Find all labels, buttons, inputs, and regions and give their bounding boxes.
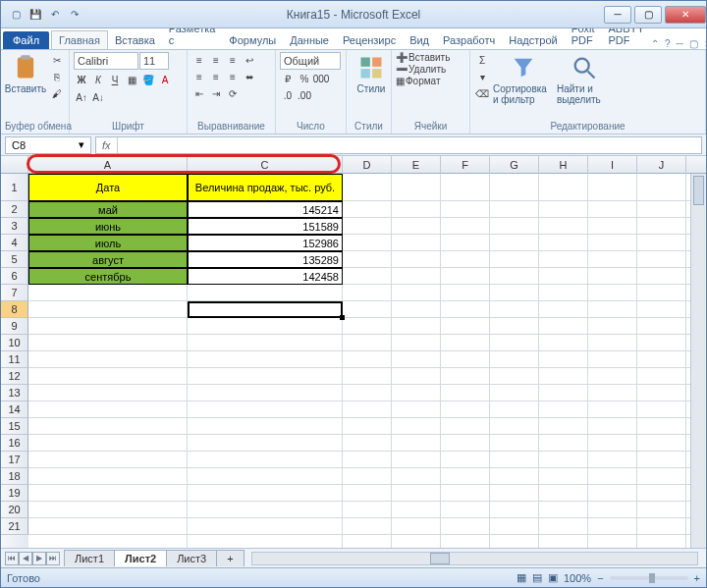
cell-month-1[interactable]: июнь xyxy=(28,218,188,235)
minimize-button[interactable]: ─ xyxy=(604,6,631,24)
ribbon-min2-icon[interactable]: ─ xyxy=(677,38,683,49)
header-date[interactable]: Дата xyxy=(28,174,188,201)
row-header-4[interactable]: 4 xyxy=(1,235,28,251)
row-header-5[interactable]: 5 xyxy=(1,251,28,268)
autosum-icon[interactable]: Σ xyxy=(474,52,490,68)
fill-handle[interactable] xyxy=(340,315,345,320)
align-left-icon[interactable]: ≡ xyxy=(191,69,207,84)
row-header-15[interactable]: 15 xyxy=(1,418,28,435)
indent-dec-icon[interactable]: ⇤ xyxy=(191,85,207,101)
cut-icon[interactable]: ✂ xyxy=(49,52,65,68)
cells-insert-button[interactable]: ➕Вставить xyxy=(396,52,450,63)
view-normal-icon[interactable]: ▦ xyxy=(517,571,526,584)
shrink-font-button[interactable]: A↓ xyxy=(90,89,106,105)
row-header-18[interactable]: 18 xyxy=(1,468,28,485)
help-icon[interactable]: ? xyxy=(665,38,671,49)
indent-inc-icon[interactable]: ⇥ xyxy=(208,85,224,101)
fx-icon[interactable]: fx xyxy=(96,137,118,153)
vertical-scrollbar[interactable] xyxy=(690,174,706,548)
orientation-icon[interactable]: ⟳ xyxy=(225,85,241,101)
cell-value-4[interactable]: 142458 xyxy=(188,268,343,285)
row-header-19[interactable]: 19 xyxy=(1,485,28,502)
cell-month-2[interactable]: июль xyxy=(28,235,188,251)
align-right-icon[interactable]: ≡ xyxy=(225,69,241,84)
save-icon[interactable]: 💾 xyxy=(27,6,44,24)
close-button[interactable]: ✕ xyxy=(665,6,706,24)
paste-button[interactable]: Вставить xyxy=(5,52,46,94)
row-header-7[interactable]: 7 xyxy=(1,285,28,301)
copy-icon[interactable]: ⎘ xyxy=(49,69,65,84)
row-header-13[interactable]: 13 xyxy=(1,385,28,401)
row-header-16[interactable]: 16 xyxy=(1,435,28,452)
column-header-C[interactable]: C xyxy=(188,156,343,174)
maximize-button[interactable]: ▢ xyxy=(634,6,662,24)
font-size-combo[interactable]: 11 xyxy=(139,52,169,70)
cell-value-2[interactable]: 152986 xyxy=(188,235,343,251)
number-format-combo[interactable]: Общий xyxy=(280,52,341,70)
row-header-9[interactable]: 9 xyxy=(1,318,28,335)
new-sheet-button[interactable]: + xyxy=(216,550,244,566)
row-header-14[interactable]: 14 xyxy=(1,401,28,418)
sheet-nav-next-icon[interactable]: ▶ xyxy=(32,552,46,565)
column-header-D[interactable]: D xyxy=(343,156,392,174)
vscroll-thumb[interactable] xyxy=(693,176,704,205)
ribbon-close-icon[interactable]: ✕ xyxy=(704,38,707,49)
border-button[interactable]: ▦ xyxy=(124,72,139,87)
sheet-tab-Лист3[interactable]: Лист3 xyxy=(166,550,217,566)
cells-area[interactable]: ДатаВеличина продаж, тыс. руб.май145214и… xyxy=(28,174,690,548)
fill-icon[interactable]: ▾ xyxy=(474,69,490,84)
row-header-2[interactable]: 2 xyxy=(1,201,28,218)
cell-value-0[interactable]: 145214 xyxy=(188,201,343,218)
cells-delete-button[interactable]: ➖Удалить xyxy=(396,64,446,75)
sort-filter-button[interactable]: Сортировка и фильтр xyxy=(493,52,554,105)
zoom-out-button[interactable]: − xyxy=(597,572,603,584)
column-header-F[interactable]: F xyxy=(441,156,490,174)
zoom-in-button[interactable]: + xyxy=(694,572,700,584)
minimize-ribbon-icon[interactable]: ⌃ xyxy=(651,38,659,49)
percent-icon[interactable]: % xyxy=(297,71,312,86)
redo-icon[interactable]: ↷ xyxy=(66,6,83,24)
font-color-button[interactable]: A xyxy=(157,72,173,87)
inc-decimal-icon[interactable]: .0 xyxy=(280,87,296,103)
tab-review[interactable]: Рецензирс xyxy=(336,31,403,49)
comma-icon[interactable]: 000 xyxy=(313,71,329,86)
wrap-text-icon[interactable]: ↩ xyxy=(242,52,257,68)
cell-month-0[interactable]: май xyxy=(28,201,188,218)
row-header-21[interactable]: 21 xyxy=(1,518,28,535)
column-header-A[interactable]: A xyxy=(28,156,188,174)
tab-insert[interactable]: Вставка xyxy=(108,31,162,49)
undo-icon[interactable]: ↶ xyxy=(46,6,64,24)
row-header-8[interactable]: 8 xyxy=(1,301,28,318)
format-painter-icon[interactable]: 🖌 xyxy=(49,85,65,101)
tab-view[interactable]: Вид xyxy=(403,31,436,49)
column-header-J[interactable]: J xyxy=(637,156,686,174)
view-break-icon[interactable]: ▣ xyxy=(548,571,558,584)
tab-file[interactable]: Файл xyxy=(3,31,49,49)
sheet-tab-Лист2[interactable]: Лист2 xyxy=(114,550,167,566)
row-header-20[interactable]: 20 xyxy=(1,502,28,518)
bold-button[interactable]: Ж xyxy=(74,72,89,87)
align-center-icon[interactable]: ≡ xyxy=(208,69,224,84)
cell-value-3[interactable]: 135289 xyxy=(188,251,343,268)
currency-icon[interactable]: ₽ xyxy=(280,71,296,86)
tab-developer[interactable]: Разработч xyxy=(436,31,502,49)
select-all-corner[interactable] xyxy=(1,156,28,173)
row-header-12[interactable]: 12 xyxy=(1,368,28,385)
tab-addins[interactable]: Надстрой xyxy=(502,31,564,49)
row-header-10[interactable]: 10 xyxy=(1,335,28,351)
sheet-tab-Лист1[interactable]: Лист1 xyxy=(64,550,115,566)
row-header-3[interactable]: 3 xyxy=(1,218,28,235)
horizontal-scrollbar[interactable] xyxy=(251,552,698,565)
header-value[interactable]: Величина продаж, тыс. руб. xyxy=(188,174,343,201)
row-header-6[interactable]: 6 xyxy=(1,268,28,285)
name-box[interactable]: C8 ▾ xyxy=(5,136,91,154)
column-header-G[interactable]: G xyxy=(490,156,539,174)
ribbon-restore-icon[interactable]: ▢ xyxy=(689,38,698,49)
hscroll-thumb[interactable] xyxy=(430,553,450,564)
cell-month-4[interactable]: сентябрь xyxy=(28,268,188,285)
cells-format-button[interactable]: ▦Формат xyxy=(396,76,441,86)
font-name-combo[interactable]: Calibri xyxy=(74,52,138,70)
dec-decimal-icon[interactable]: .00 xyxy=(297,87,312,103)
merge-icon[interactable]: ⬌ xyxy=(242,69,257,84)
align-top-icon[interactable]: ≡ xyxy=(191,52,207,68)
